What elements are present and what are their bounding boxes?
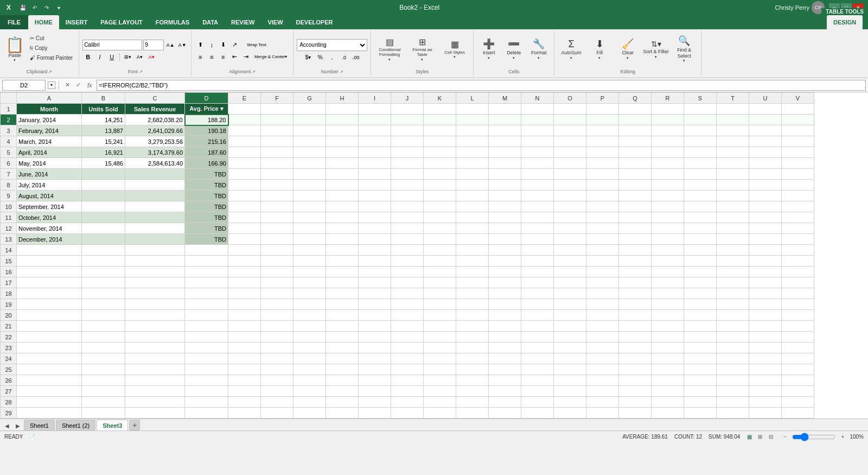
cell-d6[interactable]: 166.90 xyxy=(185,158,228,169)
cell-styles-btn[interactable]: ▦ Cell Styles ▾ xyxy=(439,34,470,65)
cell-a4[interactable]: March, 2014 xyxy=(17,136,82,147)
clear-btn[interactable]: 🧹 Clear ▾ xyxy=(614,34,641,65)
cell-b7[interactable] xyxy=(82,169,125,180)
cell-e2[interactable] xyxy=(228,115,261,125)
increase-decimal-btn[interactable]: .00 xyxy=(350,52,361,63)
col-header-d[interactable]: D xyxy=(185,93,228,104)
cell-a1[interactable]: Month xyxy=(17,104,82,115)
cell-b13[interactable] xyxy=(82,234,125,245)
cell-e1[interactable] xyxy=(228,104,261,115)
row-num-12[interactable]: 12 xyxy=(1,223,17,234)
decrease-decimal-btn[interactable]: .0 xyxy=(339,52,349,63)
font-name-input[interactable] xyxy=(82,40,142,50)
row-num-7[interactable]: 7 xyxy=(1,169,17,180)
cell-o1[interactable] xyxy=(554,104,586,115)
cell-b5[interactable]: 16,921 xyxy=(82,147,125,158)
spreadsheet[interactable]: A B C D E F G H I J K L M N O P Q xyxy=(0,92,868,419)
cell-a2[interactable]: January, 2014 xyxy=(17,115,82,125)
cell-b2[interactable]: 14,251 xyxy=(82,115,125,125)
font-size-input[interactable] xyxy=(143,40,164,50)
cell-o2[interactable] xyxy=(554,115,586,125)
col-header-p[interactable]: P xyxy=(586,93,619,104)
row-num-13[interactable]: 13 xyxy=(1,234,17,245)
cell-a10[interactable]: September, 2014 xyxy=(17,201,82,212)
cell-s1[interactable] xyxy=(684,104,717,115)
formula-input[interactable] xyxy=(97,80,866,91)
cell-b9[interactable] xyxy=(82,191,125,201)
col-header-r[interactable]: R xyxy=(652,93,684,104)
align-left-btn[interactable]: ≡ xyxy=(195,52,206,62)
col-header-e[interactable]: E xyxy=(228,93,261,104)
cell-d3[interactable]: 190.18 xyxy=(185,125,228,136)
cell-c7[interactable] xyxy=(125,169,185,180)
currency-btn[interactable]: $▾ xyxy=(303,52,314,63)
cell-t2[interactable] xyxy=(717,115,749,125)
angle-text-btn[interactable]: ↗ xyxy=(229,40,240,50)
normal-view-btn[interactable]: ▦ xyxy=(744,432,754,442)
cell-e4[interactable] xyxy=(228,136,261,147)
col-header-q[interactable]: Q xyxy=(619,93,652,104)
tab-formulas[interactable]: FORMULAS xyxy=(149,15,196,29)
cell-b4[interactable]: 15,241 xyxy=(82,136,125,147)
cell-h1[interactable] xyxy=(326,104,359,115)
underline-button[interactable]: U xyxy=(106,52,117,62)
cell-v1[interactable] xyxy=(782,104,814,115)
tab-home[interactable]: HOME xyxy=(28,15,59,29)
conditional-formatting-btn[interactable]: ▤ Conditional Formatting ▾ xyxy=(374,34,405,65)
cell-c11[interactable] xyxy=(125,212,185,223)
cell-u2[interactable] xyxy=(749,115,782,125)
cell-d4[interactable]: 215.16 xyxy=(185,136,228,147)
cell-e13[interactable] xyxy=(228,234,261,245)
col-header-i[interactable]: I xyxy=(359,93,391,104)
cell-s2[interactable] xyxy=(684,115,717,125)
row-num-5[interactable]: 5 xyxy=(1,147,17,158)
cell-m1[interactable] xyxy=(489,104,521,115)
cell-c13[interactable] xyxy=(125,234,185,245)
cell-c6[interactable]: 2,584,613.40 xyxy=(125,158,185,169)
page-layout-view-btn[interactable]: ⊞ xyxy=(755,432,765,442)
cell-d2[interactable]: 188.20 xyxy=(185,115,228,125)
col-header-a[interactable]: A xyxy=(17,93,82,104)
sort-filter-btn[interactable]: ⇅▾ Sort & Filter ▾ xyxy=(642,34,669,65)
cell-e8[interactable] xyxy=(228,180,261,191)
borders-button[interactable]: ⊞▾ xyxy=(122,52,133,62)
cell-h2[interactable] xyxy=(326,115,359,125)
cell-j2[interactable] xyxy=(391,115,424,125)
cell-k2[interactable] xyxy=(424,115,456,125)
align-top-btn[interactable]: ⬆ xyxy=(195,40,206,50)
save-btn[interactable]: 💾 xyxy=(17,2,28,13)
cell-l2[interactable] xyxy=(456,115,489,125)
cell-a11[interactable]: October, 2014 xyxy=(17,212,82,223)
percent-btn[interactable]: % xyxy=(315,52,326,63)
undo-btn[interactable]: ↶ xyxy=(29,2,40,13)
col-header-k[interactable]: K xyxy=(424,93,456,104)
cell-g2[interactable] xyxy=(293,115,326,125)
row-num-2[interactable]: 2 xyxy=(1,115,17,125)
col-header-l[interactable]: L xyxy=(456,93,489,104)
sheet-tab-sheet3[interactable]: Sheet3 xyxy=(97,420,128,430)
cell-r2[interactable] xyxy=(652,115,684,125)
format-cells-btn[interactable]: 🔧 Format ▾ xyxy=(527,34,551,65)
cell-e9[interactable] xyxy=(228,191,261,201)
row-num-11[interactable]: 11 xyxy=(1,212,17,223)
cell-reference-box[interactable] xyxy=(2,80,46,91)
zoom-out-btn[interactable]: − xyxy=(780,432,790,442)
tab-data[interactable]: DATA xyxy=(196,15,225,29)
formula-expand-btn[interactable]: ▾ xyxy=(48,81,55,89)
col-header-f[interactable]: F xyxy=(261,93,293,104)
paste-button[interactable]: 📋 Paste ▾ xyxy=(3,34,26,66)
cell-d9[interactable]: TBD xyxy=(185,191,228,201)
fill-btn[interactable]: ⬇ Fill ▾ xyxy=(586,34,613,65)
row-num-10[interactable]: 10 xyxy=(1,201,17,212)
row-num-3[interactable]: 3 xyxy=(1,125,17,136)
cell-c8[interactable] xyxy=(125,180,185,191)
cell-e7[interactable] xyxy=(228,169,261,180)
wrap-text-btn[interactable]: Wrap Text xyxy=(240,40,273,50)
insert-cells-btn[interactable]: ➕ Insert ▾ xyxy=(477,34,501,65)
zoom-slider[interactable] xyxy=(792,433,835,441)
cell-v2[interactable] xyxy=(782,115,814,125)
cell-i2[interactable] xyxy=(359,115,391,125)
col-header-g[interactable]: G xyxy=(293,93,326,104)
confirm-formula-btn[interactable]: ✓ xyxy=(73,80,83,90)
font-color-button[interactable]: A▾ xyxy=(146,52,157,62)
